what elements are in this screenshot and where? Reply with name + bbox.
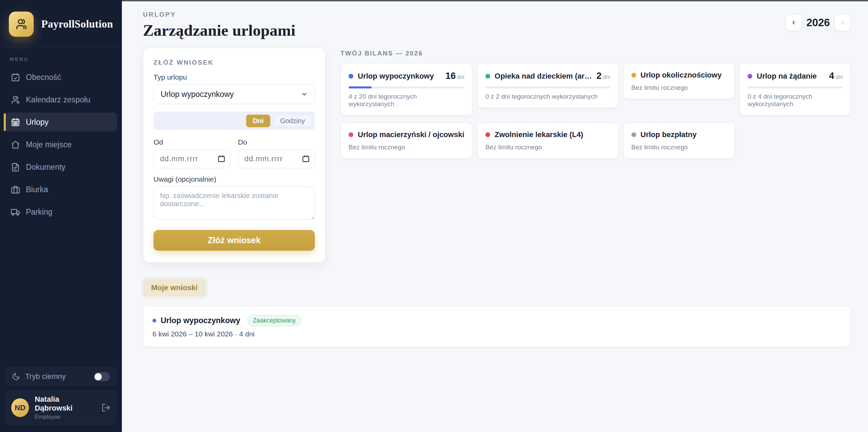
topbar: URLOPY Zarządzanie urlopami 2026 xyxy=(143,1,851,39)
balance-days-value: 16 xyxy=(446,71,456,81)
balance-days-unit: dni xyxy=(836,74,843,80)
balance-days-unit: dni xyxy=(457,74,464,80)
briefcase-icon xyxy=(11,185,20,194)
tab-moje-wnioski[interactable]: Moje wnioski xyxy=(143,279,206,297)
balance-card-subtext: 0 z 2 dni tegorocznych wykorzystanych xyxy=(485,93,610,100)
from-label: Od xyxy=(154,138,230,146)
mode-hours-button[interactable]: Godziny xyxy=(273,115,312,127)
balance-card-urlop-okolicznosciowy: Urlop okolicznościowy Bez limitu roczneg… xyxy=(623,63,735,99)
chevron-down-icon xyxy=(301,91,308,98)
calendar-picker-icon[interactable] xyxy=(302,155,310,163)
leave-type-dot xyxy=(631,132,636,137)
leave-type-dot xyxy=(748,74,752,79)
leave-type-dot xyxy=(485,132,490,137)
balance-card-urlop-macierzynski: Urlop macierzyński / ojcowski Bez limitu… xyxy=(340,123,472,159)
leave-type-select[interactable]: Urlop wypoczynkowy xyxy=(154,84,315,104)
menu-section-label: MENU xyxy=(10,56,122,62)
leave-request-form: ZŁÓŻ WNIOSEK Typ urlopu Urlop wypoczynko… xyxy=(143,48,325,263)
notes-textarea[interactable] xyxy=(154,186,315,220)
balance-cards-grid: Urlop wypoczynkowy 16dni 4 z 20 dni tego… xyxy=(340,63,851,159)
document-icon xyxy=(11,163,20,172)
mode-segmented-control: Dni Godziny xyxy=(154,112,315,130)
sidebar-item-label: Moje miejsce xyxy=(26,140,71,149)
brand-logo-users-icon xyxy=(9,12,34,37)
sidebar-divider xyxy=(0,47,122,47)
avatar: ND xyxy=(11,398,29,417)
sidebar-item-biurka[interactable]: Biurka xyxy=(5,180,117,199)
submit-request-button[interactable]: Złóż wniosek xyxy=(154,230,315,251)
balance-card-subtext: Bez limitu rocznego xyxy=(631,84,727,92)
sidebar-item-kalendarz-zespolu[interactable]: Kalendarz zespołu xyxy=(5,90,117,109)
sidebar-nav: Obecność Kalendarz zespołu Urlopy Moje m… xyxy=(0,66,122,223)
sidebar: PayrollSolution MENU Obecność Kalendarz … xyxy=(0,0,122,432)
calendar-picker-icon[interactable] xyxy=(218,155,225,163)
balance-days-unit: dni xyxy=(603,74,610,80)
sidebar-item-label: Biurka xyxy=(26,185,48,194)
date-from-col: Od xyxy=(154,131,230,168)
brand-name: PayrollSolution xyxy=(41,18,113,30)
user-info: Natalia Dąbrowski Employee xyxy=(35,395,96,420)
user-name: Natalia Dąbrowski xyxy=(35,395,96,413)
progress-track xyxy=(349,86,464,88)
dark-mode-toggle[interactable] xyxy=(94,372,110,381)
balance-card-title: Zwolnienie lekarskie (L4) xyxy=(495,130,610,139)
sidebar-item-dokumenty[interactable]: Dokumenty xyxy=(5,157,117,177)
balance-card-title: Urlop na żądanie xyxy=(757,72,824,81)
page-heading: URLOPY Zarządzanie urlopami xyxy=(143,1,295,39)
balance-days-value: 4 xyxy=(829,71,834,81)
leave-type-value: Urlop wypoczynkowy xyxy=(161,90,234,99)
sidebar-item-moje-miejsce[interactable]: Moje miejsce xyxy=(5,135,117,154)
balance-card-title: Urlop okolicznościowy xyxy=(641,71,727,80)
balance-card-title: Opieka nad dzieckiem (ar… xyxy=(495,72,592,81)
request-type: Urlop wypoczynkowy xyxy=(161,316,240,325)
balance-card-subtext: Bez limitu rocznego xyxy=(349,144,464,151)
next-year-button[interactable] xyxy=(834,14,851,31)
balance-card-urlop-wypoczynkowy: Urlop wypoczynkowy 16dni 4 z 20 dni tego… xyxy=(340,63,472,115)
balance-card-subtext: 4 z 20 dni tegorocznych wykorzystanych xyxy=(349,93,464,108)
leave-type-dot xyxy=(152,319,156,322)
year-navigator: 2026 xyxy=(785,14,851,31)
progress-track xyxy=(748,86,843,88)
sidebar-bottom: Tryb ciemny ND Natalia Dąbrowski Employe… xyxy=(5,367,116,425)
leave-type-dot xyxy=(485,74,490,79)
chevron-left-icon xyxy=(791,20,797,26)
calendar-icon xyxy=(11,118,20,127)
balance-days-value: 2 xyxy=(596,71,601,81)
sidebar-item-label: Dokumenty xyxy=(26,163,65,172)
balance-card-title: Urlop bezpłatny xyxy=(641,130,727,139)
car-icon xyxy=(11,207,20,217)
sidebar-item-urlopy[interactable]: Urlopy xyxy=(5,113,117,132)
breadcrumb-eyebrow: URLOPY xyxy=(143,11,295,18)
mode-days-button[interactable]: Dni xyxy=(246,115,270,127)
page-title: Zarządzanie urlopami xyxy=(143,21,295,39)
balance-section-label: TWÓJ BILANS — 2026 xyxy=(340,50,851,57)
form-section-label: ZŁÓŻ WNIOSEK xyxy=(154,59,315,66)
sidebar-item-label: Parking xyxy=(26,207,52,217)
progress-fill xyxy=(349,86,372,88)
sidebar-item-label: Urlopy xyxy=(26,118,48,127)
chevron-right-icon xyxy=(840,20,846,26)
prev-year-button[interactable] xyxy=(785,14,802,31)
logout-button[interactable] xyxy=(101,403,111,412)
year-value: 2026 xyxy=(806,17,830,29)
request-list-item: Urlop wypoczynkowy Zaakceptowany 6 kwi 2… xyxy=(143,306,851,347)
leave-type-dot xyxy=(349,74,353,79)
toggle-knob xyxy=(95,373,102,380)
home-icon xyxy=(11,140,20,149)
dark-mode-label: Tryb ciemny xyxy=(25,372,66,381)
request-dates: 6 kwi 2026 – 10 kwi 2026 · 4 dni xyxy=(152,330,841,338)
balance-card-subtext: Bez limitu rocznego xyxy=(485,144,610,151)
user-card[interactable]: ND Natalia Dąbrowski Employee xyxy=(5,391,116,425)
leave-type-dot xyxy=(349,132,353,137)
balance-card-subtext: Bez limitu rocznego xyxy=(631,144,727,151)
dark-mode-row[interactable]: Tryb ciemny xyxy=(5,367,116,386)
sidebar-item-parking[interactable]: Parking xyxy=(5,202,117,221)
calendar-check-icon xyxy=(11,73,20,82)
sidebar-item-obecnosc[interactable]: Obecność xyxy=(5,68,117,87)
status-badge: Zaakceptowany xyxy=(247,315,301,326)
balance-section: TWÓJ BILANS — 2026 Urlop wypoczynkowy 16… xyxy=(340,48,851,159)
main-content: URLOPY Zarządzanie urlopami 2026 ZŁÓŻ WN… xyxy=(122,0,868,432)
progress-track xyxy=(485,86,610,88)
dates-row: Od Do xyxy=(154,131,315,168)
balance-card-title: Urlop wypoczynkowy xyxy=(358,72,441,81)
